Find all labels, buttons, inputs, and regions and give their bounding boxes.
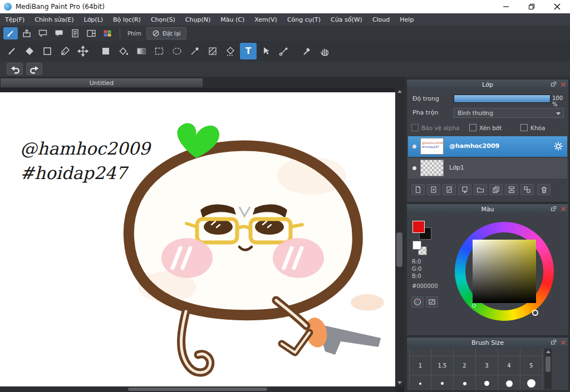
- materials-button[interactable]: [100, 27, 115, 39]
- new-folder-button[interactable]: [474, 184, 487, 195]
- canvas-horizontal-scrollbar[interactable]: [0, 386, 395, 392]
- brush-size-cell[interactable]: 5: [520, 356, 543, 375]
- close-panel-button[interactable]: [559, 205, 567, 212]
- tool-operation-button[interactable]: [258, 43, 274, 59]
- menu-edit[interactable]: Chỉnh sửa(E): [30, 13, 78, 26]
- duplicate-layer-button[interactable]: [427, 184, 440, 195]
- delete-layer-button[interactable]: [537, 184, 551, 195]
- brush-size-cell[interactable]: [431, 349, 454, 356]
- chat-button[interactable]: [52, 27, 66, 39]
- float-panel-button[interactable]: [550, 81, 557, 88]
- brush-size-cell[interactable]: [476, 375, 498, 391]
- tool-eyedropper-button[interactable]: [298, 43, 315, 59]
- tool-bucket-button[interactable]: [115, 43, 132, 59]
- brush-size-cell[interactable]: 4: [498, 356, 520, 375]
- menu-filter[interactable]: Bộ lọc(R): [108, 13, 146, 26]
- brush-size-cell[interactable]: [454, 349, 476, 356]
- brush-size-cell[interactable]: [498, 375, 520, 391]
- alpha-protect-checkbox[interactable]: Bảo vệ alpha: [411, 124, 460, 131]
- float-panel-button[interactable]: [550, 205, 557, 212]
- brush-size-cell[interactable]: 1: [409, 356, 431, 375]
- document-tab[interactable]: Untitled: [0, 78, 203, 88]
- color-picker-mode-button[interactable]: [426, 296, 438, 307]
- float-panel-button[interactable]: [550, 339, 557, 346]
- tool-gradient-button[interactable]: [133, 43, 150, 59]
- workspace-button[interactable]: [84, 27, 99, 39]
- merge-layer-button[interactable]: [505, 184, 518, 195]
- clipping-checkbox[interactable]: Xén bớt: [469, 124, 502, 131]
- brush-size-cell[interactable]: [520, 375, 543, 391]
- undo-button[interactable]: [7, 63, 23, 75]
- minimize-button[interactable]: [493, 0, 519, 13]
- brush-size-cell[interactable]: [409, 349, 431, 356]
- brush-panel-scrollbar[interactable]: [544, 349, 552, 389]
- brush-size-cell[interactable]: 3: [476, 356, 498, 375]
- tool-lasso-button[interactable]: [169, 43, 185, 59]
- brush-scroll-thumb[interactable]: [546, 356, 551, 372]
- menu-help[interactable]: Help: [395, 13, 419, 26]
- notes-button[interactable]: [68, 27, 82, 39]
- foreground-color-swatch[interactable]: [412, 221, 425, 233]
- transfer-layer-button[interactable]: [458, 184, 471, 195]
- layer-from-canvas-button[interactable]: [443, 184, 456, 195]
- close-panel-button[interactable]: [559, 339, 567, 346]
- tool-hand-button[interactable]: [316, 43, 333, 59]
- brush-size-cell[interactable]: [476, 349, 498, 356]
- sv-cursor[interactable]: [472, 304, 476, 307]
- publish-button[interactable]: [19, 27, 34, 39]
- brush-size-cell[interactable]: 1.5: [431, 356, 454, 375]
- tool-pen-button[interactable]: [57, 43, 73, 59]
- menu-select[interactable]: Chọn(S): [146, 13, 180, 26]
- layer-visible-icon[interactable]: [412, 145, 416, 148]
- layer-row-selected[interactable]: @hamhoc2009 #hoidap247 @hamhoc2009: [408, 136, 567, 157]
- brush-size-cell[interactable]: [409, 375, 431, 391]
- paint-mode-button[interactable]: [3, 27, 18, 39]
- canvas-vertical-scrollbar[interactable]: [395, 88, 404, 386]
- layer-order-button[interactable]: [520, 184, 534, 195]
- tool-shape-brush-button[interactable]: [39, 43, 56, 59]
- tool-brush-button[interactable]: [3, 43, 20, 59]
- white-swatch[interactable]: [412, 241, 421, 250]
- close-panel-button[interactable]: [559, 81, 567, 88]
- scroll-down-icon[interactable]: [397, 381, 402, 384]
- opacity-slider[interactable]: [454, 95, 551, 103]
- tool-magic-wand-button[interactable]: [186, 43, 203, 59]
- menu-view[interactable]: Xem(V): [249, 13, 282, 26]
- menu-file[interactable]: Tệp(F): [0, 13, 30, 26]
- menu-snap[interactable]: Chụp(N): [180, 13, 215, 26]
- brush-size-cell[interactable]: [498, 349, 520, 356]
- layer-visible-icon[interactable]: [412, 166, 416, 170]
- restore-button[interactable]: [519, 0, 544, 13]
- brush-size-cell[interactable]: 2: [454, 356, 476, 375]
- tool-text-button[interactable]: T: [240, 43, 257, 59]
- scroll-up-icon[interactable]: [397, 90, 402, 93]
- tool-select-pen-button[interactable]: [204, 43, 221, 59]
- scroll-up-icon[interactable]: [546, 350, 551, 353]
- tool-control-pen-button[interactable]: [276, 43, 292, 59]
- tool-select-rect-button[interactable]: [151, 43, 168, 59]
- menu-window[interactable]: Cửa sổ(W): [326, 13, 367, 26]
- tool-eraser-button[interactable]: [21, 43, 38, 59]
- menu-color[interactable]: Màu (C): [215, 13, 249, 26]
- menu-tools[interactable]: Công cụ(T): [282, 13, 326, 26]
- layer-settings-gear-icon[interactable]: [553, 141, 563, 151]
- copy-layer-button[interactable]: [489, 184, 503, 195]
- brush-size-cell[interactable]: [520, 349, 543, 356]
- tool-select-eraser-button[interactable]: [222, 43, 239, 59]
- layer-row[interactable]: Lớp1: [408, 157, 567, 178]
- reset-button[interactable]: Đặt lại: [146, 27, 186, 39]
- close-button[interactable]: [544, 0, 570, 13]
- menu-layer[interactable]: Lớp(L): [79, 13, 109, 26]
- comment-button[interactable]: [36, 27, 50, 39]
- blend-mode-dropdown[interactable]: Bình thường: [454, 108, 564, 118]
- brush-size-cell[interactable]: [431, 375, 454, 391]
- hue-cursor[interactable]: [532, 310, 538, 316]
- new-layer-button[interactable]: [411, 184, 425, 195]
- drawing-canvas[interactable]: @hamhoc2009 #hoidap247: [0, 92, 395, 386]
- tool-fill-rect-button[interactable]: [97, 43, 114, 59]
- vertical-scroll-thumb[interactable]: [396, 232, 402, 267]
- color-wheel-mode-button[interactable]: [411, 296, 424, 307]
- brush-size-cell[interactable]: [454, 375, 476, 391]
- redo-button[interactable]: [26, 63, 42, 75]
- menu-cloud[interactable]: Cloud: [367, 13, 395, 26]
